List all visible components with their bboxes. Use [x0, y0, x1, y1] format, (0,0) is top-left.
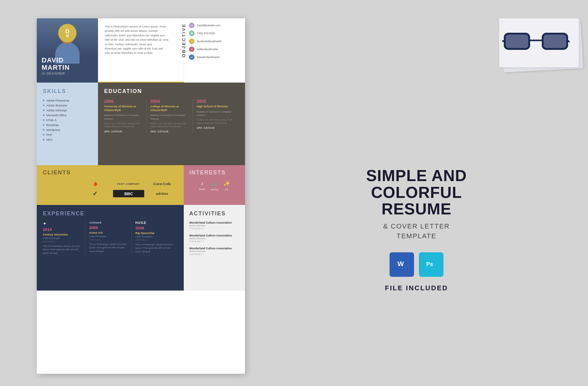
edu-deans: Dean's List: Fall 2009, Spring 2010 Gate…: [197, 118, 235, 125]
activity-location-0: Champaign, IL: [189, 227, 239, 230]
edu-entry-2: 2002 High School of Illinoisia Masters o…: [197, 99, 239, 133]
ps-file-icon: Ps: [419, 252, 443, 277]
edu-year: 2004: [150, 99, 189, 104]
edu-year: 2006: [104, 99, 143, 104]
skills-list: Adobe Photoshop Adobe Illustrator Adobe …: [43, 99, 92, 141]
title-line-2: COLORFUL: [371, 184, 462, 201]
exp-desc-2: This is Photoshop's version of Lorem Ips…: [135, 243, 174, 253]
contact-email: ✉ David@sample.com: [189, 23, 240, 28]
client-logo-adidas: adidas: [147, 190, 178, 197]
interest-music: ♪ Music: [199, 180, 205, 191]
objective-section: OBJECTIVE This is Photoshop's version of…: [98, 18, 184, 83]
facebook-icon: f: [189, 39, 194, 44]
music-icon: ♪: [201, 180, 203, 187]
resume-document: D M DAVID MARTIN UI-DESIGNER: [37, 18, 245, 374]
initial-top: D: [66, 28, 70, 35]
activities-title: ACTIVITIES: [189, 210, 239, 217]
skill-item: Bootstrap: [43, 123, 92, 127]
marketing-content: SIMPLE AND COLORFUL RESUME & COVER LETTE…: [366, 167, 467, 292]
exp-desc-1: This is Photoshop's version of Lorem Ips…: [89, 243, 128, 253]
exp-year-2: 2006: [135, 226, 174, 230]
activity-2: Wonderland Culture Association Active Me…: [189, 247, 239, 255]
exp-location-2: Glenview, IL: [135, 239, 174, 241]
skill-item: Microsoft Office: [43, 113, 92, 117]
skill-item: HTML 5: [43, 118, 92, 122]
activity-location-1: Champaign, IL: [189, 240, 239, 243]
activity-1: Wonderland Culture Association Active Me…: [189, 234, 239, 243]
edu-gpa: GPA: 3.67/4.00: [104, 130, 143, 133]
skills-education-row: SKILLS Adobe Photoshop Adobe Illustrator…: [37, 83, 245, 165]
experience-section: EXPERIENCE ✦ 2014 Fantasy Interactive Le…: [37, 205, 184, 291]
initial-bottom: M: [66, 34, 70, 38]
title-line-1: SIMPLE AND: [366, 167, 467, 184]
activity-role-2: Active Member: [189, 250, 239, 253]
email-icon: ✉: [189, 23, 194, 28]
interest-cycling: 🚲 Cycling: [210, 180, 218, 191]
interests-title: INTERESTS: [189, 169, 239, 176]
activity-location-2: Champaign, IL: [189, 253, 239, 255]
exp-entry-0: ✦ 2014 Fantasy Interactive Lead Develope…: [43, 221, 85, 255]
word-file-icon: W ≡: [390, 252, 414, 277]
name-area: DAVID MARTIN UI-DESIGNER: [37, 52, 98, 80]
exp-company-0: Fantasy Interactive: [43, 233, 81, 236]
exp-logo-1: Activeark: [89, 221, 128, 224]
marketing-area: SIMPLE AND COLORFUL RESUME & COVER LETTE…: [245, 12, 588, 374]
experience-columns: ✦ 2014 Fantasy Interactive Lead Develope…: [43, 221, 178, 255]
edu-deans: Dean's List: Fall 2009, Spring 2010 Gate…: [104, 122, 143, 128]
edu-degree: Masters of Science in Computer Science: [197, 110, 235, 117]
last-name: MARTIN: [42, 64, 70, 71]
activity-0: Wonderland Culture Association Active Me…: [189, 221, 239, 230]
svg-text:≡: ≡: [402, 261, 404, 264]
skills-section: SKILLS Adobe Photoshop Adobe Illustrator…: [37, 83, 98, 165]
experience-title: EXPERIENCE: [43, 210, 178, 217]
interest-art-label: Art: [225, 188, 228, 191]
exp-role-2: Lead Developer: [135, 235, 174, 238]
edu-gpa: GPA: 3.67/4.00: [150, 130, 189, 133]
experience-activities-row: EXPERIENCE ✦ 2014 Fantasy Interactive Le…: [37, 205, 245, 291]
header-photo-panel: D M DAVID MARTIN UI-DESIGNER: [37, 18, 98, 83]
objective-label: OBJECTIVE: [181, 23, 186, 58]
education-columns: 2006 University of Illinoisia at Urbana-…: [104, 99, 239, 133]
first-name: DAVID: [42, 56, 64, 64]
education-section: EDUCATION 2006 University of Illinoisia …: [98, 83, 245, 165]
edu-year: 2002: [197, 99, 235, 104]
client-logo-fastcompany: FAST COMPANY: [113, 180, 144, 187]
exp-entry-1: Activeark 2009 Active Ark Lead Developer…: [89, 221, 132, 255]
svg-rect-5: [505, 34, 529, 49]
clients-title: CLIENTS: [43, 169, 178, 176]
phone-value: (785) 979-5555: [197, 32, 215, 35]
avatar: D M: [58, 24, 77, 42]
skill-item: PHP: [43, 133, 92, 136]
exp-location-1: Glenview, IL: [89, 238, 128, 241]
email-value: David@sample.com: [197, 24, 220, 27]
phone-icon: ☎: [189, 31, 194, 36]
svg-text:Ps: Ps: [426, 261, 433, 267]
contacts-section: ✉ David@sample.com ☎ (785) 979-5555 f fa…: [184, 18, 245, 83]
activity-org-0: Wonderland Culture Association: [189, 221, 239, 224]
edu-entry-1: 2004 College of Illinoisia at Urbana-Myt…: [150, 99, 193, 133]
skills-title: SKILLS: [43, 88, 92, 95]
activities-list: Wonderland Culture Association Active Me…: [189, 221, 239, 255]
exp-year-1: 2009: [89, 225, 128, 230]
exp-desc-0: This is Photoshop's version of Lorem Ips…: [43, 244, 81, 255]
exp-company-1: Active Ark: [89, 231, 128, 234]
file-icons: W ≡ Ps: [366, 252, 467, 277]
client-logo-bbc: BBC: [113, 190, 144, 197]
exp-location-0: Glenview, IL: [43, 240, 81, 243]
interests-section: INTERESTS ♪ Music 🚲 Cycling ✨ Art: [184, 165, 245, 205]
resume-header: D M DAVID MARTIN UI-DESIGNER: [37, 18, 245, 83]
linkedin-icon: in: [189, 54, 194, 60]
activities-section: ACTIVITIES Wonderland Culture Associatio…: [184, 205, 245, 291]
ps-letter: Ps: [425, 258, 437, 271]
interest-art: ✨ Art: [223, 180, 230, 191]
contact-linkedin: in linkedin/davidmartin: [189, 54, 240, 60]
exp-entry-2: HUGE 2006 Big Spaceship Lead Developer G…: [135, 221, 178, 255]
exp-company-2: Big Spaceship: [135, 232, 174, 235]
client-logo-nike: ✓: [80, 190, 111, 197]
linkedin-value: linkedin/davidmartin: [197, 56, 220, 59]
title-line-3: RESUME: [382, 200, 451, 218]
clients-section: CLIENTS 🍎 FAST COMPANY Coca-Cola ✓ BBC a…: [37, 165, 184, 205]
edu-entry-0: 2006 University of Illinoisia at Urbana-…: [104, 99, 147, 133]
activity-org-2: Wonderland Culture Association: [189, 247, 239, 250]
cycling-icon: 🚲: [211, 180, 217, 187]
